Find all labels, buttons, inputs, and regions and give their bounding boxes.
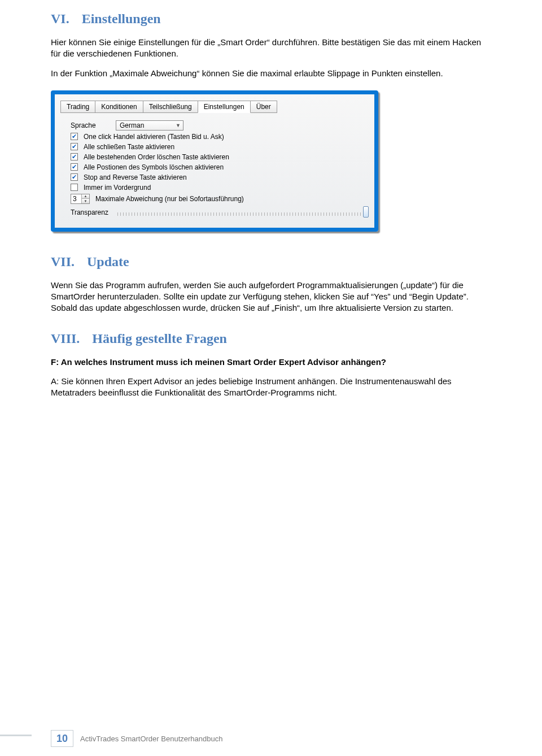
row-check-0: ✔ One click Handel aktivieren (Tasten Bi… bbox=[71, 133, 369, 141]
tab-teilschliessung[interactable]: Teilschließung bbox=[143, 101, 198, 113]
checkbox-alwaysontop[interactable] bbox=[71, 184, 78, 191]
page-number: 10 bbox=[51, 730, 73, 747]
heading-vii: VII.Update bbox=[51, 254, 491, 270]
slider-thumb[interactable] bbox=[363, 206, 369, 218]
tab-ueber[interactable]: Über bbox=[250, 101, 277, 113]
row-check-1: ✔ Alle schließen Taste aktivieren bbox=[71, 143, 369, 151]
heading-viii-title: Häufig gestellte Fragen bbox=[92, 331, 227, 346]
heading-viii-num: VIII. bbox=[51, 331, 80, 346]
label-sprache: Sprache bbox=[71, 121, 110, 129]
slider-transparency[interactable] bbox=[117, 207, 369, 218]
row-spin: 3 ▲ ▼ Maximale Abweichung (nur bei Sofor… bbox=[71, 194, 369, 204]
section6-para2: In der Funktion „Maximale Abweichung“ kö… bbox=[51, 68, 491, 79]
spinner-value: 3 bbox=[71, 194, 81, 203]
settings-window: Trading Konditionen Teilschließung Einst… bbox=[51, 90, 378, 232]
footer-bar bbox=[0, 735, 32, 736]
tabs-bar: Trading Konditionen Teilschließung Einst… bbox=[60, 100, 369, 112]
checkbox-stopreverse-label: Stop and Reverse Taste aktivieren bbox=[84, 173, 187, 181]
row-sprache: Sprache German ▼ bbox=[71, 120, 369, 131]
heading-vi-title: Einstellungen bbox=[82, 11, 161, 26]
chevron-down-icon: ▼ bbox=[176, 123, 181, 128]
tab-trading[interactable]: Trading bbox=[60, 101, 95, 113]
section7-para: Wenn Sie das Programm aufrufen, werden S… bbox=[51, 280, 491, 314]
spinner-label: Maximale Abweichung (nur bei Sofortausfü… bbox=[95, 195, 244, 203]
checkbox-deleteorders[interactable]: ✔ bbox=[71, 153, 78, 160]
row-check-5: Immer im Vordergrund bbox=[71, 184, 369, 192]
row-transparency: Transparenz bbox=[71, 207, 369, 218]
faq-answer: A: Sie können Ihren Expert Advisor an je… bbox=[51, 376, 491, 399]
heading-vi: VI.Einstellungen bbox=[51, 11, 491, 27]
checkbox-oneclick-label: One click Handel aktivieren (Tasten Bid … bbox=[84, 133, 224, 141]
checkbox-closeall-label: Alle schließen Taste aktivieren bbox=[84, 143, 174, 151]
faq-question: F: An welches Instrument muss ich meinen… bbox=[51, 357, 491, 368]
heading-vii-num: VII. bbox=[51, 254, 75, 269]
checkbox-deleteorders-label: Alle bestehenden Order löschen Taste akt… bbox=[84, 153, 229, 161]
tab-einstellungen[interactable]: Einstellungen bbox=[198, 101, 251, 113]
checkbox-stopreverse[interactable]: ✔ bbox=[71, 173, 78, 181]
checkbox-delpositions-label: Alle Postionen des Symbols löschen aktiv… bbox=[84, 163, 224, 171]
spinner-buttons[interactable]: ▲ ▼ bbox=[81, 194, 89, 203]
page-footer: 10 ActivTrades SmartOrder Benutzerhandbu… bbox=[51, 730, 491, 747]
row-check-4: ✔ Stop and Reverse Taste aktivieren bbox=[71, 173, 369, 181]
footer-text: ActivTrades SmartOrder Benutzerhandbuch bbox=[80, 735, 222, 743]
settings-window-frame: Trading Konditionen Teilschließung Einst… bbox=[51, 90, 378, 232]
section6-para1: Hier können Sie einige Einstellungen für… bbox=[51, 37, 491, 60]
checkbox-delpositions[interactable]: ✔ bbox=[71, 163, 78, 171]
row-check-3: ✔ Alle Postionen des Symbols löschen akt… bbox=[71, 163, 369, 171]
heading-vi-num: VI. bbox=[51, 11, 69, 26]
combo-sprache-value: German bbox=[120, 121, 144, 129]
tab-konditionen[interactable]: Konditionen bbox=[95, 101, 143, 113]
checkbox-closeall[interactable]: ✔ bbox=[71, 143, 78, 150]
spinner-maxdeviation[interactable]: 3 ▲ ▼ bbox=[71, 194, 90, 204]
spinner-down-icon[interactable]: ▼ bbox=[81, 199, 89, 203]
label-transparency: Transparenz bbox=[71, 208, 108, 216]
slider-ticks bbox=[117, 212, 369, 216]
checkbox-alwaysontop-label: Immer im Vordergrund bbox=[84, 184, 151, 192]
combo-sprache[interactable]: German ▼ bbox=[116, 120, 183, 131]
spinner-up-icon[interactable]: ▲ bbox=[81, 194, 89, 199]
faq-q-text: F: An welches Instrument muss ich meinen… bbox=[51, 357, 386, 367]
checkbox-oneclick[interactable]: ✔ bbox=[71, 133, 78, 140]
row-check-2: ✔ Alle bestehenden Order löschen Taste a… bbox=[71, 153, 369, 161]
heading-viii: VIII.Häufig gestellte Fragen bbox=[51, 331, 491, 346]
heading-vii-title: Update bbox=[87, 254, 129, 269]
